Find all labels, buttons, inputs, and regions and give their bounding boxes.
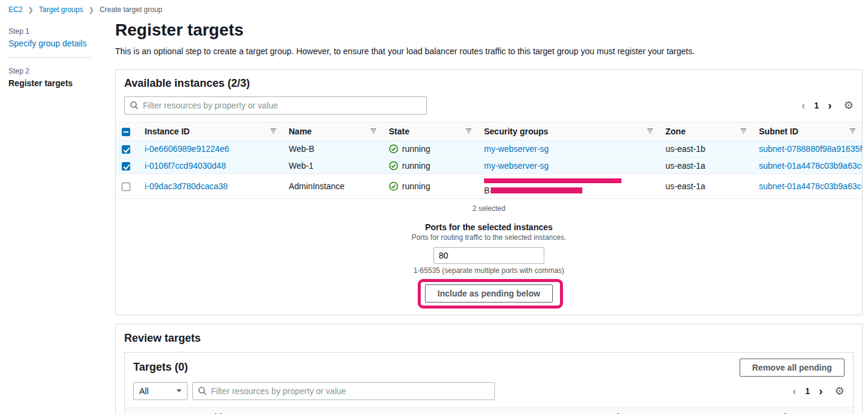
include-as-pending-button[interactable]: Include as pending below [425,284,553,303]
column-header-name[interactable]: Name [391,407,459,414]
running-status-icon [389,181,398,191]
select-all-checkbox[interactable] [122,128,130,136]
filter-icon[interactable] [270,128,277,134]
zone: us-east-1b [659,141,753,157]
step1-label: Step 1 [8,27,107,36]
instance-name: Web-B [283,141,383,157]
targets-filter-select[interactable]: All [133,382,187,400]
caret-down-icon [177,389,181,392]
step1-link[interactable]: Specify group details [8,39,107,48]
column-header-health-status[interactable]: Health status [193,407,297,414]
column-header-state[interactable]: State [383,122,478,140]
divider [8,57,91,58]
instance-name: AdminInstance [283,174,383,198]
chevron-right-icon[interactable]: › [819,385,823,397]
instance-id-link[interactable]: i-09dac3d780dcaca38 [145,181,228,191]
available-filter-input[interactable] [124,96,427,114]
search-icon [130,101,139,110]
available-instances-table: Instance ID Name State Security groups Z… [116,122,862,199]
step2-label: Step 2 [8,67,107,75]
selected-count: 2 selected [116,199,862,220]
table-row[interactable]: i-09dac3d780dcaca38 AdminInstance runnin… [116,174,862,198]
targets-filter-select-value: All [139,386,149,396]
filter-icon[interactable] [647,128,653,134]
step2-current: Register targets [8,78,107,88]
instance-name: Web-1 [283,157,383,174]
chevron-right-icon: ❯ [89,6,94,14]
remove-all-pending-button[interactable]: Remove all pending [740,359,844,377]
review-targets-title: Review targets [116,324,862,352]
column-header-security-groups[interactable]: Security groups [478,122,659,140]
instance-state: running [402,161,430,171]
security-group-link[interactable]: my-webserver-sg [484,161,549,171]
table-row[interactable]: i-0106f7ccd94030d48 Web-1 running my-web… [116,157,862,174]
gear-icon[interactable]: ⚙ [835,386,844,397]
table-row[interactable]: i-0e6606989e91224e6 Web-B running my-web… [116,141,862,157]
targets-panel: Targets (0) Remove all pending All ‹ 1 [124,352,854,414]
targets-filter [192,382,495,400]
column-header-subnet-id[interactable]: Subnet ID [767,407,853,414]
chevron-right-icon[interactable]: › [828,99,832,111]
column-header-instance-id[interactable]: Instance ID [139,122,283,140]
chevron-left-icon[interactable]: ‹ [792,385,796,397]
column-header-remove[interactable]: Remove [125,407,193,414]
breadcrumb-current: Create target group [99,5,162,14]
highlight-bar [484,178,621,183]
column-header-security-groups[interactable]: Security groups [587,407,703,414]
filter-icon[interactable] [465,128,472,134]
available-filter [124,96,427,114]
targets-pagination: ‹ 1 › [792,385,822,397]
chevron-right-icon: ❯ [28,6,33,14]
running-status-icon [389,144,398,154]
instance-id-link[interactable]: i-0106f7ccd94030d48 [145,161,226,171]
filter-icon[interactable] [849,128,856,134]
page-number[interactable]: 1 [814,101,819,110]
security-group-link[interactable]: my-webserver-sg [484,144,549,154]
targets-filter-input[interactable] [192,382,495,400]
ports-section: Ports for the selected instances Ports f… [116,220,862,315]
instance-id-link[interactable]: i-0e6606989e91224e6 [145,144,229,154]
breadcrumb-target-groups[interactable]: Target groups [39,5,83,14]
column-header-state[interactable]: State [521,407,587,414]
review-targets-panel: Review targets Targets (0) Remove all pe… [115,324,863,414]
security-group-redacted: B [478,174,659,198]
column-header-zone[interactable]: Zone [703,407,767,414]
row-checkbox[interactable] [122,145,130,154]
breadcrumb-ec2[interactable]: EC2 [8,5,22,14]
available-instances-title: Available instances (2/3) [116,70,862,96]
ports-subtitle: Ports for routing traffic to the selecte… [116,233,862,242]
zone: us-east-1a [659,174,753,198]
select-all-header [116,122,139,140]
ports-helper: 1-65535 (separate multiple ports with co… [116,266,862,275]
ports-title: Ports for the selected instances [116,222,862,232]
column-header-zone[interactable]: Zone [659,122,753,140]
page-title: Register targets [115,21,863,40]
filter-icon[interactable] [370,128,377,134]
page-description: This is an optional step to create a tar… [115,46,863,56]
column-header-instance-id[interactable]: Instance ID [297,407,391,414]
page-number[interactable]: 1 [805,386,810,396]
targets-count-title: Targets (0) [133,361,188,374]
column-header-port[interactable]: Port [459,407,521,414]
chevron-left-icon[interactable]: ‹ [801,99,805,111]
zone: us-east-1a [659,157,753,174]
available-pagination: ‹ 1 › [801,99,831,111]
running-status-icon [389,161,398,171]
highlight-bar [491,187,582,193]
subnet-link[interactable]: subnet-0788880f98a91635f [759,144,862,154]
row-checkbox[interactable] [122,162,130,171]
ports-input[interactable] [433,247,544,264]
subnet-link[interactable]: subnet-01a4478c03b9a63c6 [759,181,862,191]
security-group-text: B [484,186,489,195]
targets-table: Remove Health status Instance ID Name Po… [125,407,853,414]
instance-state: running [402,144,430,154]
row-checkbox[interactable] [122,183,130,191]
column-header-name[interactable]: Name [283,122,383,140]
gear-icon[interactable]: ⚙ [844,100,854,111]
steps-nav: Step 1 Specify group details Step 2 Regi… [8,21,107,414]
column-header-subnet-id[interactable]: Subnet ID [753,122,862,140]
breadcrumb: EC2 ❯ Target groups ❯ Create target grou… [0,0,868,17]
filter-icon[interactable] [740,128,747,134]
subnet-link[interactable]: subnet-01a4478c03b9a63c6 [759,161,862,171]
available-instances-panel: Available instances (2/3) ‹ 1 › ⚙ Ins [115,69,863,315]
